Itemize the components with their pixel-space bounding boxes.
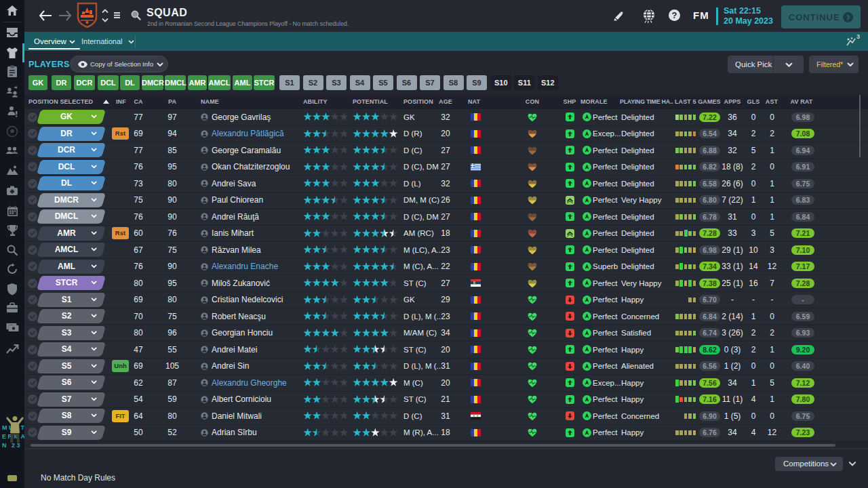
svg-text:?: ? [672,10,677,20]
